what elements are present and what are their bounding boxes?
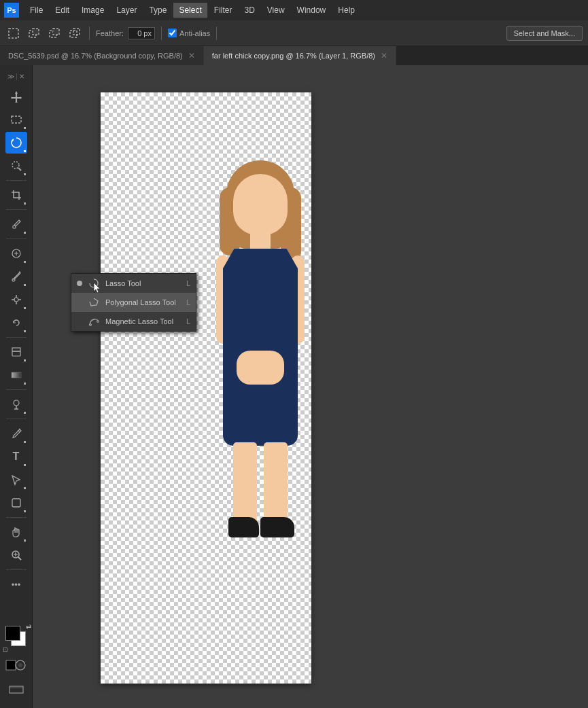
screen-mode-btn[interactable] [5, 685, 27, 694]
menu-edit[interactable]: Edit [50, 3, 75, 18]
tool-hand[interactable] [5, 521, 27, 543]
woman-figure [216, 160, 305, 568]
svg-point-10 [12, 162, 19, 169]
menu-file[interactable]: File [24, 3, 48, 18]
tab-farleftchick-close[interactable]: ✕ [381, 51, 387, 60]
menu-type[interactable]: Type [143, 3, 172, 18]
default-colors-icon[interactable]: ⊡ [3, 646, 8, 653]
menu-filter[interactable]: Filter [209, 3, 238, 18]
tool-eraser[interactable] [5, 341, 27, 363]
tab-farleftchick-label: far left chick copy.png @ 16.7% (Layer 1… [212, 52, 375, 60]
lasso-tool-item[interactable]: Lasso Tool L [71, 274, 196, 293]
polygonal-lasso-item[interactable]: Polygonal Lasso Tool L [71, 293, 196, 312]
tool-separator-3 [6, 238, 27, 239]
tool-quick-select[interactable] [5, 155, 27, 177]
document-canvas [101, 92, 311, 684]
tool-move[interactable] [5, 86, 27, 107]
svg-point-15 [14, 298, 18, 302]
canvas-area[interactable]: Lasso Tool L Polygonal Lasso Tool L [33, 65, 588, 708]
subtract-selection-icon[interactable] [46, 25, 63, 41]
shoe-right [260, 517, 294, 537]
tool-more[interactable]: ••• [5, 573, 27, 595]
svg-rect-30 [10, 686, 23, 693]
magnetic-lasso-icon [88, 315, 100, 328]
svg-rect-9 [12, 116, 21, 123]
antialias-label: Anti-alias [179, 29, 210, 37]
menu-view[interactable]: View [262, 3, 290, 18]
swap-colors-icon[interactable]: ⇄ [26, 623, 31, 631]
lasso-icon [88, 277, 100, 289]
foreground-color-swatch[interactable] [5, 626, 20, 641]
menu-layer[interactable]: Layer [111, 3, 142, 18]
separator-3 [216, 26, 217, 40]
tool-eyedropper[interactable] [5, 213, 27, 235]
new-selection-icon[interactable] [5, 25, 22, 41]
tool-dodge[interactable] [5, 393, 27, 415]
svg-rect-16 [12, 351, 20, 356]
tab-dsc5639-close[interactable]: ✕ [188, 51, 195, 60]
tool-zoom[interactable] [5, 544, 27, 566]
tool-lasso[interactable] [5, 132, 27, 154]
tool-gradient[interactable] [5, 364, 27, 386]
tool-healing[interactable] [5, 243, 27, 264]
feather-label: Feather: [96, 29, 124, 37]
leg-left [233, 442, 257, 524]
tool-marquee[interactable] [5, 109, 27, 130]
polygonal-lasso-icon [88, 296, 100, 308]
options-bar: Feather: Anti-alias Select and Mask... [0, 20, 588, 46]
tool-shape[interactable] [5, 492, 27, 514]
svg-point-34 [90, 324, 92, 326]
shoe-left [228, 517, 259, 537]
svg-point-19 [14, 400, 19, 406]
tool-separator-2 [6, 209, 27, 210]
feather-input[interactable] [128, 27, 155, 39]
tool-clone[interactable] [5, 289, 27, 311]
tool-separator-6 [6, 419, 27, 419]
ps-logo: Ps [4, 3, 19, 18]
menu-window[interactable]: Window [292, 3, 332, 18]
svg-point-35 [97, 321, 99, 323]
tool-crop[interactable] [5, 184, 27, 206]
tool-pen[interactable] [5, 423, 27, 444]
svg-point-29 [18, 663, 22, 667]
menu-image[interactable]: Image [76, 3, 109, 18]
menu-bar: Ps File Edit Image Layer Type Select Fil… [0, 0, 588, 20]
lasso-tool-shortcut: L [186, 279, 190, 287]
magnetic-lasso-shortcut: L [186, 317, 190, 325]
tabs-bar: DSC_5639.psd @ 16.7% (Background copy, R… [0, 46, 588, 65]
svg-rect-12 [13, 226, 16, 228]
tab-dsc5639[interactable]: DSC_5639.psd @ 16.7% (Background copy, R… [0, 46, 204, 65]
magnetic-lasso-label: Magnetic Lasso Tool [105, 317, 181, 325]
tab-farleftchick[interactable]: far left chick copy.png @ 16.7% (Layer 1… [204, 46, 396, 65]
separator-1 [89, 26, 90, 40]
svg-rect-18 [12, 372, 21, 378]
tool-history[interactable] [5, 312, 27, 334]
toolbox-collapse[interactable]: ≫ | ✕ [0, 71, 32, 82]
tool-separator-7 [6, 517, 27, 518]
antialias-checkbox[interactable] [168, 29, 177, 37]
svg-line-11 [18, 168, 21, 171]
svg-rect-22 [12, 499, 20, 507]
menu-3d[interactable]: 3D [239, 3, 260, 18]
tool-separator-1 [6, 180, 27, 181]
menu-select[interactable]: Select [173, 3, 207, 18]
checker-background [101, 92, 311, 684]
svg-rect-17 [12, 348, 20, 351]
color-swatches: ⇄ ⊡ [5, 626, 30, 650]
add-selection-icon[interactable] [26, 25, 42, 41]
tool-brush[interactable] [5, 266, 27, 287]
menu-help[interactable]: Help [332, 3, 360, 18]
antialias-checkbox-label[interactable]: Anti-alias [168, 29, 210, 37]
select-and-mask-button[interactable]: Select and Mask... [506, 26, 583, 41]
polygonal-lasso-shortcut: L [186, 298, 190, 306]
hands [237, 351, 284, 385]
tool-separator-5 [6, 389, 27, 390]
tool-type[interactable]: T [5, 446, 27, 467]
magnetic-lasso-item[interactable]: Magnetic Lasso Tool L [71, 312, 196, 331]
tool-separator-4 [6, 337, 27, 338]
intersect-selection-icon[interactable] [67, 25, 83, 41]
workspace: ≫ | ✕ [0, 65, 588, 708]
quick-mask-btn[interactable] [5, 660, 27, 675]
tool-path-selection[interactable] [5, 469, 27, 491]
face [233, 174, 288, 235]
